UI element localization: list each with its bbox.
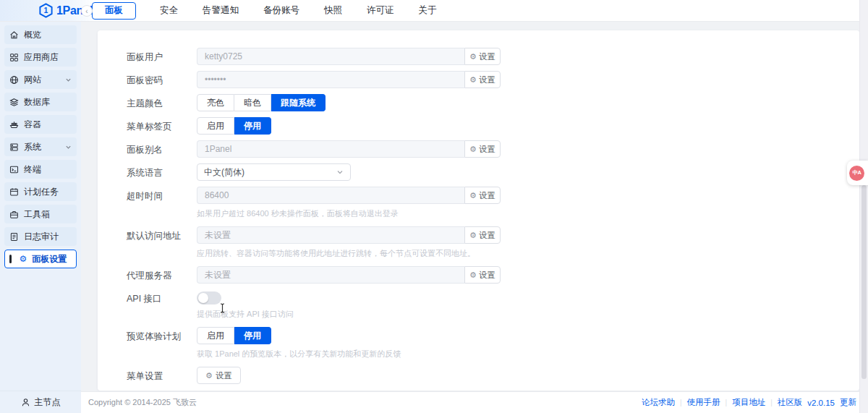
field-label: 系统语言 [127,163,197,179]
panel-password-set-button[interactable]: ⚙ 设置 [464,71,501,88]
timeout-input[interactable] [197,187,464,204]
divider: | [680,399,682,406]
tab-alerts[interactable]: 告警通知 [203,4,239,17]
row-panel-password: 面板密码 ⚙ 设置 [127,71,859,88]
field-label: 主题颜色 [127,94,197,110]
translate-widget[interactable]: 中A [847,161,868,185]
row-menu-tabs: 菜单标签页 启用 停用 [127,117,859,135]
sidebar-collapse-button[interactable]: ‹ [81,5,93,17]
gear-icon: ⚙ [469,192,477,200]
sidebar-item-terminal[interactable]: 终端 [4,160,77,179]
divider: | [726,399,728,406]
theme-color-group: 亮色 暗色 跟随系统 [197,94,326,111]
api-interface-toggle[interactable] [197,291,221,305]
sidebar-item-label: 终端 [24,163,41,176]
row-panel-alias: 面板别名 ⚙ 设置 [127,140,859,158]
chevron-left-icon: ‹ [85,7,88,15]
preview-plan-enable-button[interactable]: 启用 [197,327,234,344]
gear-icon: ⚙ [205,372,213,380]
preview-plan-group: 启用 停用 [197,327,401,344]
theme-light-button[interactable]: 亮色 [197,94,234,111]
panel-alias-input[interactable] [197,140,464,158]
panel-user-input[interactable] [197,48,464,65]
app-store-icon [9,53,19,62]
menu-tabs-enable-button[interactable]: 启用 [197,117,234,135]
sidebar-item-overview[interactable]: 概览 [4,25,77,44]
globe-icon [9,75,19,85]
set-button-label: 设置 [479,190,495,201]
panel-alias-set-button[interactable]: ⚙ 设置 [464,140,501,158]
set-button-label: 设置 [479,230,495,241]
sidebar-item-websites[interactable]: 网站 [4,70,77,89]
forum-help-link[interactable]: 论坛求助 [642,397,675,408]
row-proxy-server: 代理服务器 ⚙ 设置 [127,266,859,284]
panel-user-set-button[interactable]: ⚙ 设置 [464,48,501,65]
sidebar-item-toolbox[interactable]: 工具箱 [4,205,77,223]
tab-security[interactable]: 安全 [160,4,178,17]
sidebar-item-label: 网站 [24,74,41,86]
set-button-label: 设置 [479,270,495,281]
api-interface-help-text: 提供面板支持 API 接口访问 [197,309,294,320]
default-address-set-button[interactable]: ⚙ 设置 [464,226,501,244]
theme-dark-button[interactable]: 暗色 [234,94,271,111]
field-label: 默认访问地址 [127,226,197,242]
update-link[interactable]: 更新 [840,397,856,408]
tab-about[interactable]: 关于 [419,4,437,17]
menu-settings-button[interactable]: ⚙ 设置 [197,367,241,384]
set-button-label: 设置 [479,144,495,155]
user-manual-link[interactable]: 使用手册 [687,397,720,408]
sidebar-item-label: 系统 [24,141,41,153]
community-edition-link[interactable]: 社区版 [778,397,803,408]
sidebar-item-cron-jobs[interactable]: 计划任务 [4,182,77,201]
page-scrollbar[interactable] [859,0,868,413]
sidebar-item-label: 日志审计 [24,231,59,243]
tab-backup-accounts[interactable]: 备份账号 [263,4,299,17]
settings-tabs: 面板 安全 告警通知 备份账号 快照 许可证 关于 [92,0,449,21]
sidebar-item-system[interactable]: 系统 [4,137,77,156]
theme-follow-system-button[interactable]: 跟随系统 [271,94,326,111]
sidebar-item-label: 数据库 [24,96,50,108]
sidebar-item-panel-settings[interactable]: ⚙ 面板设置 [4,250,77,268]
sidebar-item-database[interactable]: 数据库 [4,93,77,111]
field-label: 预览体验计划 [127,327,197,343]
project-address-link[interactable]: 项目地址 [732,397,765,408]
logo-hexagon-icon: 1 [38,3,54,18]
language-select-value: 中文(简体) [204,166,244,179]
row-panel-user: 面板用户 ⚙ 设置 [127,48,859,65]
field-label: 代理服务器 [127,266,197,282]
default-address-help-text: 应用跳转、容器访问等功能将使用此地址进行跳转，每个节点可设置不同地址。 [197,248,501,259]
panel-password-input[interactable] [197,71,464,88]
tab-snapshots[interactable]: 快照 [324,4,342,17]
row-api-interface: API 接口 提供面板支持 API 接口访问 [127,289,859,320]
footer-links: 论坛求助 | 使用手册 | 项目地址 | 社区版 v2.0.15 更新 [642,397,856,408]
menu-tabs-disable-button[interactable]: 停用 [234,117,271,135]
default-address-input[interactable] [197,226,464,244]
sidebar-item-log-audit[interactable]: 日志审计 [4,227,77,246]
toolbox-icon [9,210,19,219]
sidebar-item-label: 容器 [24,119,41,131]
row-theme-color: 主题颜色 亮色 暗色 跟随系统 [127,94,859,111]
database-icon [9,98,19,107]
logs-icon [9,232,19,242]
node-label: 主节点 [35,396,61,409]
divider: | [770,399,773,406]
schedule-icon [9,187,19,197]
sidebar-item-containers[interactable]: 容器 [4,115,77,134]
tab-license[interactable]: 许可证 [367,4,394,17]
sidebar-item-app-store[interactable]: 应用商店 [4,48,77,67]
main-node-selector[interactable]: 主节点 [0,391,81,413]
preview-plan-disable-button[interactable]: 停用 [234,327,271,344]
chevron-down-icon [336,169,344,176]
panel-settings-card: 面板用户 ⚙ 设置 面板密码 ⚙ 设置 主题颜色 亮色 [98,30,859,391]
tab-panel[interactable]: 面板 [92,2,136,20]
translate-icon: 中A [849,166,864,181]
field-label: 面板用户 [127,48,197,64]
scrollbar-thumb[interactable] [861,185,867,379]
user-icon [21,398,30,407]
toggle-knob [198,293,208,303]
proxy-server-input[interactable] [197,266,464,284]
set-button-label: 设置 [479,74,495,85]
language-select[interactable]: 中文(简体) [197,163,351,181]
proxy-server-set-button[interactable]: ⚙ 设置 [464,266,501,284]
timeout-set-button[interactable]: ⚙ 设置 [464,187,501,204]
